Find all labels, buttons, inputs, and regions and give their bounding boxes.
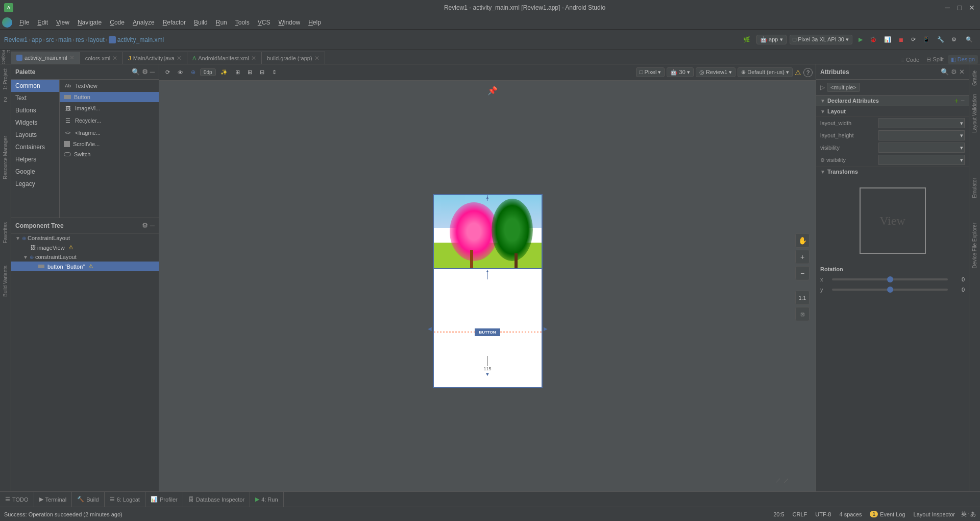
- avd-button[interactable]: 📱: [920, 35, 933, 44]
- emulator-label[interactable]: Emulator: [972, 176, 977, 200]
- language-indicator[interactable]: 英 · あ: [961, 510, 976, 518]
- tree-item-constraintlayout[interactable]: ▼ ⊕ ConstraintLayout: [11, 233, 159, 243]
- visibility-dropdown[interactable]: ▾: [878, 143, 965, 153]
- menu-edit[interactable]: Edit: [33, 18, 52, 27]
- build-variants-label[interactable]: Build Variants: [3, 266, 8, 297]
- tab-mainactivity-close[interactable]: ✕: [177, 55, 182, 62]
- palette-widget-button[interactable]: Button: [60, 92, 159, 102]
- locale-dropdown[interactable]: ⊕ Default (en-us) ▾: [738, 67, 793, 77]
- menu-refactor[interactable]: Refactor: [159, 18, 190, 27]
- gradle-label[interactable]: Gradle: [972, 68, 977, 88]
- hand-tool-button[interactable]: ✋: [795, 233, 810, 248]
- breadcrumb-layout[interactable]: layout: [88, 36, 105, 43]
- issues-button[interactable]: ⊡: [795, 307, 810, 321]
- structure-sidebar-label[interactable]: 2: [4, 96, 7, 103]
- rotation-x-slider[interactable]: [832, 278, 948, 280]
- tree-item-imageview[interactable]: 🖼 imageView ⚠: [11, 243, 159, 252]
- line-ending-indicator[interactable]: CRLF: [791, 510, 810, 518]
- view-split-button[interactable]: ⊟ Split: [923, 55, 946, 64]
- palette-widget-scrollview[interactable]: ScrollVie...: [60, 139, 159, 149]
- menu-analyze[interactable]: Analyze: [129, 18, 159, 27]
- tree-arrow-constraintlayout-child[interactable]: ▼: [23, 254, 28, 260]
- encoding-indicator[interactable]: UTF-8: [813, 510, 833, 518]
- run-button[interactable]: ▶: [855, 35, 866, 44]
- app-dropdown[interactable]: 🤖 app ▾: [756, 35, 786, 44]
- palette-widget-fragment[interactable]: <> <fragme...: [60, 127, 159, 139]
- build-tab[interactable]: 🔨 Build: [72, 492, 104, 507]
- breadcrumb-app[interactable]: app: [32, 36, 42, 43]
- tree-arrow-constraintlayout[interactable]: ▼: [15, 235, 20, 241]
- magic-button[interactable]: ✨: [217, 68, 231, 77]
- run-tab[interactable]: ▶ 4: Run: [250, 492, 283, 507]
- tab-activity-main-close[interactable]: ✕: [69, 54, 75, 61]
- transforms-triangle[interactable]: ▼: [820, 169, 825, 175]
- tab-activity-main[interactable]: activity_main.xml ✕: [11, 52, 80, 64]
- maximize-button[interactable]: □: [955, 4, 964, 12]
- api-dropdown[interactable]: 🤖 30 ▾: [667, 67, 693, 77]
- tab-colors-close[interactable]: ✕: [112, 55, 117, 62]
- menu-help[interactable]: Help: [304, 18, 325, 27]
- error-toggle-button[interactable]: 0dp: [200, 68, 216, 76]
- palette-cat-helpers[interactable]: Helpers: [11, 153, 59, 165]
- palette-cat-text[interactable]: Text: [11, 92, 59, 104]
- view-design-button[interactable]: ◧ Design: [948, 55, 978, 64]
- expand-button[interactable]: ⇕: [269, 68, 280, 77]
- palette-cat-widgets[interactable]: Widgets: [11, 116, 59, 129]
- menu-view[interactable]: View: [52, 18, 74, 27]
- layout-inspector-indicator[interactable]: Layout Inspector: [912, 510, 957, 518]
- project-dropdown[interactable]: ◎ Review1 ▾: [696, 67, 736, 77]
- tab-buildgradle-close[interactable]: ✕: [314, 55, 320, 62]
- zoom-out-button[interactable]: −: [795, 266, 810, 280]
- attributes-settings-icon[interactable]: ⚙: [951, 68, 957, 76]
- palette-cat-common[interactable]: Common: [11, 80, 59, 92]
- constraint-toggle-button[interactable]: ⊕: [188, 68, 199, 77]
- tab-buildgradle[interactable]: build.gradle (:app) ✕: [262, 52, 325, 64]
- position-indicator[interactable]: 20:5: [771, 510, 786, 518]
- resource-manager-label[interactable]: Resource Manager: [3, 136, 8, 179]
- view-code-button[interactable]: ≡ Code: [898, 56, 922, 64]
- breadcrumb-review1[interactable]: Review1: [4, 36, 28, 43]
- git-branch-button[interactable]: 🌿: [740, 35, 753, 44]
- component-tree-collapse-icon[interactable]: ─: [150, 222, 155, 229]
- rotate-device-button[interactable]: ⟳: [162, 68, 173, 77]
- event-log-indicator[interactable]: 1 Event Log: [868, 510, 907, 518]
- palette-cat-legacy[interactable]: Legacy: [11, 178, 59, 190]
- layout-triangle[interactable]: ▼: [820, 109, 825, 114]
- layout-validation-label[interactable]: Layout Validation: [972, 92, 977, 135]
- breadcrumb-main[interactable]: main: [58, 36, 71, 43]
- minimize-button[interactable]: ─: [943, 4, 951, 12]
- close-button[interactable]: ✕: [968, 4, 976, 12]
- palette-cat-google[interactable]: Google: [11, 165, 59, 178]
- menu-window[interactable]: Window: [274, 18, 304, 27]
- device-file-explorer-label[interactable]: Device File Explorer: [972, 221, 977, 270]
- profile-button[interactable]: 📊: [881, 35, 894, 44]
- debug-button[interactable]: 🐞: [867, 35, 880, 44]
- stop-button[interactable]: ⏹: [895, 35, 907, 44]
- visibility2-dropdown[interactable]: ▾: [878, 155, 965, 165]
- tab-manifest-close[interactable]: ✕: [251, 55, 256, 62]
- device-dropdown[interactable]: □ Pixel 3a XL API 30 ▾: [790, 35, 852, 44]
- pack-button[interactable]: ⊟: [257, 68, 267, 77]
- pixel-dropdown[interactable]: □ Pixel ▾: [636, 67, 665, 77]
- warning-icon[interactable]: ⚠: [795, 68, 801, 77]
- button-label[interactable]: BUTTON: [475, 328, 500, 336]
- rotation-y-thumb[interactable]: [887, 287, 893, 293]
- database-inspector-tab[interactable]: 🗄 Database Inspector: [183, 492, 250, 507]
- menu-build[interactable]: Build: [190, 18, 212, 27]
- terminal-tab[interactable]: ▶ Terminal: [34, 492, 72, 507]
- rotation-y-slider[interactable]: [832, 289, 948, 291]
- fit-button[interactable]: 1:1: [795, 291, 810, 305]
- attributes-search-icon[interactable]: 🔍: [941, 68, 949, 76]
- zoom-in-button[interactable]: +: [795, 250, 810, 264]
- sdk-button[interactable]: 🔧: [934, 35, 947, 44]
- palette-widget-textview[interactable]: Ab TextView: [60, 80, 159, 92]
- search-everywhere-button[interactable]: 🔍: [963, 35, 976, 44]
- palette-cat-containers[interactable]: Containers: [11, 141, 59, 153]
- sync-button[interactable]: ⟳: [908, 35, 919, 44]
- help-icon[interactable]: ?: [803, 68, 813, 77]
- palette-cat-layouts[interactable]: Layouts: [11, 129, 59, 141]
- menu-navigate[interactable]: Navigate: [74, 18, 106, 27]
- indent-indicator[interactable]: 4 spaces: [837, 510, 864, 518]
- profiler-tab[interactable]: 📊 Profiler: [145, 492, 183, 507]
- menu-file[interactable]: File: [15, 18, 33, 27]
